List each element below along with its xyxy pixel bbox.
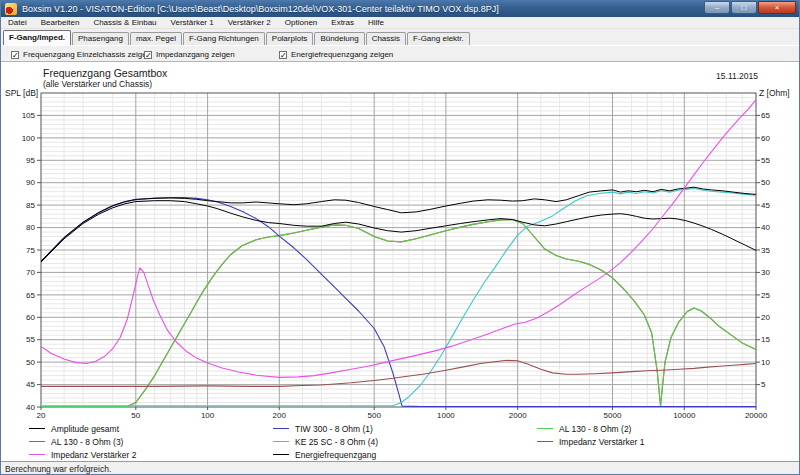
svg-text:1000: 1000 [437,411,455,420]
y-axis-right-label: Z [Ohm] [759,88,790,98]
checkbox-label: Frequenzgang Einzelchassis zeigen [23,50,151,59]
maximize-button[interactable]: □ [731,1,757,14]
checkbox-box[interactable]: ✓ [11,51,19,59]
legend-item-al-130-8-ohm-3: AL 130 - 8 Ohm (3) [29,435,137,448]
svg-text:80: 80 [26,223,35,232]
tab-polarplots[interactable]: Polarplots [266,32,314,45]
legend-item-al-130-8-ohm-2: AL 130 - 8 Ohm (2) [537,422,645,435]
svg-text:20: 20 [37,411,46,420]
legend-item-impedanz-verst-rker-1: Impedanz Verstärker 1 [537,435,645,448]
tab-f-gang-richtungen[interactable]: F-Gang Richtungen [183,32,265,45]
legend-column: Amplitude gesamtAL 130 - 8 Ohm (3)Impeda… [29,422,137,461]
chart-date: 15.11.2015 [716,71,758,81]
legend-item-energiefrequenzgang: Energiefrequenzgang [273,448,378,461]
legend-item-amplitude-gesamt: Amplitude gesamt [29,422,137,435]
svg-text:70: 70 [26,268,35,277]
legend-swatch [273,454,289,455]
svg-text:500: 500 [368,411,382,420]
legend-label: Impedanz Verstärker 2 [51,450,137,460]
svg-text:90: 90 [26,178,35,187]
svg-text:30: 30 [761,268,770,277]
checkbox-energiefrequenzgang-zeigen[interactable]: ✓Energiefrequenzgang zeigen [279,50,393,59]
svg-text:95: 95 [26,156,35,165]
checkbox-label: Impedanzgang zeigen [156,50,235,59]
menu-item-datei[interactable]: Datei [1,18,34,27]
legend-column: AL 130 - 8 Ohm (2)Impedanz Verstärker 1 [537,422,645,448]
svg-text:45: 45 [26,380,35,389]
svg-text:25: 25 [761,291,770,300]
tab-chassis[interactable]: Chassis [366,32,406,45]
tab-f-gang-elektr[interactable]: F-Gang elektr. [407,32,470,45]
svg-text:45: 45 [761,201,770,210]
svg-text:100: 100 [201,411,215,420]
svg-text:60: 60 [26,313,35,322]
legend-label: Impedanz Verstärker 1 [559,437,645,447]
svg-text:65: 65 [761,111,770,120]
svg-text:5: 5 [761,380,766,389]
menubar: DateiBearbeitenChassis & EinbauVerstärke… [1,17,799,29]
svg-text:200: 200 [273,411,287,420]
legend-swatch [29,441,45,442]
menu-item-hilfe[interactable]: Hilfe [361,18,391,27]
menu-item-chassis-einbau[interactable]: Chassis & Einbau [86,18,163,27]
tab-phasengang[interactable]: Phasengang [72,32,129,45]
svg-text:35: 35 [761,246,770,255]
legend-swatch [29,428,45,429]
svg-text:10000: 10000 [673,411,696,420]
checkbox-frequenzgang-einzelchassis-zeigen[interactable]: ✓Frequenzgang Einzelchassis zeigen [11,50,151,59]
legend-item-ke-25-sc-8-ohm-4: KE 25 SC - 8 Ohm (4) [273,435,378,448]
frequency-response-chart: 4045505560657075808590951001055101520253… [1,62,800,461]
close-button[interactable]: × [758,1,796,14]
checkbox-toolbar: ✓Frequenzgang Einzelchassis zeigen✓Imped… [1,45,799,62]
tab-bar: F-Gang/Imped.Phasengangmax. PegelF-Gang … [1,29,799,45]
svg-text:75: 75 [26,246,35,255]
legend-swatch [273,441,289,442]
svg-text:60: 60 [761,134,770,143]
svg-text:105: 105 [22,111,36,120]
tab-max-pegel[interactable]: max. Pegel [130,32,182,45]
svg-text:20: 20 [761,313,770,322]
menu-item-optionen[interactable]: Optionen [278,18,324,27]
menu-item-verst-rker-2[interactable]: Verstärker 2 [221,18,278,27]
svg-text:10: 10 [761,358,770,367]
legend-label: AL 130 - 8 Ohm (3) [51,437,123,447]
svg-text:2000: 2000 [509,411,527,420]
legend-label: AL 130 - 8 Ohm (2) [559,424,631,434]
svg-text:50: 50 [761,178,770,187]
svg-text:20000: 20000 [745,411,768,420]
tab-b-ndelung[interactable]: Bündelung [314,32,364,45]
chart-legend: Amplitude gesamtAL 130 - 8 Ohm (3)Impeda… [1,422,800,461]
legend-swatch [29,454,45,455]
window-title: Boxsim V1.20 - VISATON-Edition [C:\Users… [22,4,499,14]
svg-text:40: 40 [26,403,35,412]
legend-label: TIW 300 - 8 Ohm (1) [295,424,373,434]
tab-f-gang-imped[interactable]: F-Gang/Imped. [3,30,71,45]
checkbox-box[interactable]: ✓ [144,51,152,59]
svg-text:100: 100 [22,134,36,143]
menu-item-verst-rker-1[interactable]: Verstärker 1 [164,18,221,27]
title-bar[interactable]: Boxsim V1.20 - VISATON-Edition [C:\Users… [1,0,799,17]
svg-text:15: 15 [761,335,770,344]
legend-item-tiw-300-8-ohm-1: TIW 300 - 8 Ohm (1) [273,422,378,435]
checkbox-box[interactable]: ✓ [279,51,287,59]
chart-title: Frequenzgang Gesamtbox [43,67,167,79]
svg-text:65: 65 [26,291,35,300]
checkbox-impedanzgang-zeigen[interactable]: ✓Impedanzgang zeigen [144,50,235,59]
chart-panel: 4045505560657075808590951001055101520253… [1,62,800,461]
svg-text:85: 85 [26,201,35,210]
svg-text:5000: 5000 [604,411,622,420]
menu-item-bearbeiten[interactable]: Bearbeiten [34,18,87,27]
legend-item-impedanz-verst-rker-2: Impedanz Verstärker 2 [29,448,137,461]
minimize-button[interactable]: – [704,1,730,14]
svg-text:40: 40 [761,223,770,232]
y-axis-left-label: SPL [dB] [5,88,38,98]
menu-item-extras[interactable]: Extras [324,18,361,27]
legend-swatch [537,428,553,429]
legend-column: TIW 300 - 8 Ohm (1)KE 25 SC - 8 Ohm (4)E… [273,422,378,461]
legend-label: Amplitude gesamt [51,424,119,434]
checkbox-label: Energiefrequenzgang zeigen [291,50,393,59]
svg-text:50: 50 [131,411,140,420]
legend-swatch [537,441,553,442]
svg-text:50: 50 [26,358,35,367]
chart-subtitle: (alle Verstärker und Chassis) [43,79,152,89]
